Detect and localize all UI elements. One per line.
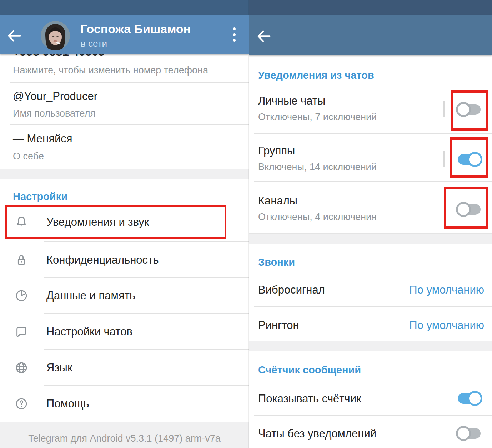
divider [44, 313, 249, 314]
channels-toggle[interactable] [458, 204, 481, 215]
profile-settings-panel: Госпожа Бишамон в сети +998 9881 40009 Н… [0, 0, 249, 448]
notifications-header [249, 15, 492, 55]
divider [443, 101, 445, 117]
menu-item-label: Помощь [46, 397, 89, 410]
divider [254, 306, 492, 307]
section-separator [249, 341, 492, 351]
bio-value[interactable]: — Меняйся [13, 132, 72, 145]
online-status: в сети [81, 38, 107, 49]
notifications-settings-panel: Уведомления из чатов Личные чаты Отключе… [249, 0, 492, 448]
settings-section-title: Настройки [13, 191, 67, 203]
globe-icon [14, 361, 29, 375]
menu-item-label: Конфиденциальность [46, 254, 159, 266]
row-label: Показывать счётчик [258, 392, 361, 405]
menu-item-label: Уведомления и звук [46, 216, 149, 229]
row-value: По умолчанию [409, 319, 484, 332]
avatar[interactable] [41, 21, 70, 50]
bell-icon [14, 215, 29, 229]
setting-row-vibrate[interactable]: Вибросигнал По умолчанию [249, 278, 492, 306]
help-icon [14, 397, 29, 411]
divider [10, 124, 249, 125]
sidebar-item-language[interactable]: Язык [0, 353, 249, 382]
bio-label: О себе [13, 151, 44, 162]
divider [44, 385, 249, 386]
divider [44, 349, 249, 350]
row-sublabel: Включены, 14 исключений [258, 162, 377, 173]
setting-row-show-counter[interactable]: Показывать счётчик [249, 387, 492, 415]
groups-toggle[interactable] [458, 154, 481, 165]
menu-item-label: Язык [46, 361, 72, 374]
private-chats-toggle[interactable] [458, 104, 481, 115]
back-button[interactable] [256, 28, 272, 44]
row-sublabel: Отключены, 4 исключения [258, 212, 377, 223]
profile-name: Госпожа Бишамон [80, 22, 191, 36]
sidebar-item-chat-settings[interactable]: Настройки чатов [0, 317, 249, 346]
setting-row-channels[interactable]: Каналы Отключены, 4 исключения [249, 189, 492, 232]
username-label: Имя пользователя [13, 108, 95, 119]
sidebar-item-data-storage[interactable]: Данные и память [0, 281, 249, 310]
divider [44, 277, 249, 278]
chat-icon [14, 325, 29, 339]
overflow-menu-icon[interactable] [232, 27, 236, 45]
row-label: Вибросигнал [258, 284, 325, 296]
divider [254, 181, 492, 182]
setting-row-private-chats[interactable]: Личные чаты Отключены, 7 исключений [249, 89, 492, 132]
sidebar-item-notifications[interactable]: Уведомления и звук [0, 208, 249, 236]
back-button[interactable] [6, 28, 23, 44]
muted-chats-toggle[interactable] [458, 428, 481, 439]
divider [254, 415, 492, 416]
section-title-calls: Звонки [258, 256, 295, 268]
phone-number-clipped[interactable]: +998 9881 40009 [13, 54, 213, 58]
username-value[interactable]: @Your_Producer [13, 90, 97, 103]
divider [44, 241, 249, 242]
section-title-chat-notifications: Уведомления из чатов [258, 70, 374, 81]
pie-chart-icon [14, 289, 29, 303]
lock-icon [14, 253, 29, 267]
section-separator [249, 233, 492, 244]
sidebar-item-help[interactable]: Помощь [0, 390, 249, 418]
setting-row-groups[interactable]: Группы Включены, 14 исключений [249, 139, 492, 182]
divider [443, 151, 445, 167]
setting-row-muted-chats[interactable]: Чаты без уведомлений [249, 422, 492, 448]
telegram-settings-screenshot: Госпожа Бишамон в сети +998 9881 40009 Н… [0, 0, 492, 448]
section-title-message-counter: Счётчик сообщений [258, 364, 361, 376]
footer-band: Telegram для Android v5.3.1 (1497) arm-v… [0, 422, 249, 448]
setting-row-ringtone[interactable]: Рингтон По умолчанию [249, 314, 492, 341]
profile-header: Госпожа Бишамон в сети [0, 15, 249, 54]
menu-item-label: Настройки чатов [46, 325, 132, 338]
row-label: Каналы [258, 194, 297, 207]
status-bar [249, 0, 492, 15]
row-label: Группы [258, 144, 295, 157]
section-separator [0, 169, 249, 179]
divider [254, 133, 492, 134]
divider [10, 82, 249, 83]
sidebar-item-privacy[interactable]: Конфиденциальность [0, 246, 249, 274]
phone-hint: Нажмите, чтобы изменить номер телефона [13, 65, 208, 76]
show-counter-toggle[interactable] [458, 393, 481, 404]
menu-item-label: Данные и память [46, 289, 135, 302]
row-value: По умолчанию [409, 284, 484, 296]
row-label: Рингтон [258, 319, 299, 332]
row-label: Чаты без уведомлений [258, 427, 376, 440]
status-bar [0, 0, 249, 15]
row-sublabel: Отключены, 7 исключений [258, 112, 377, 123]
row-label: Личные чаты [258, 95, 325, 107]
app-version-text: Telegram для Android v5.3.1 (1497) arm-v… [0, 433, 249, 444]
